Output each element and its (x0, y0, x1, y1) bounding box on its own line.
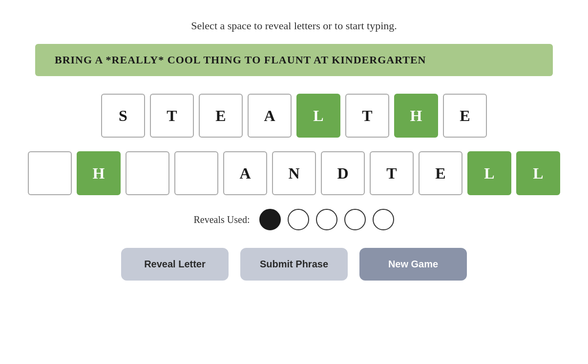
tile-row2-0[interactable] (28, 151, 72, 195)
instruction-text: Select a space to reveal letters or to s… (191, 20, 397, 32)
tiles-row-1: STEALTHE (101, 94, 487, 138)
tile-row2-1[interactable]: H (77, 151, 121, 195)
tile-row1-6[interactable]: H (394, 94, 438, 138)
reveal-letter-button[interactable]: Reveal Letter (121, 248, 229, 281)
reveal-circle-2 (316, 209, 337, 230)
tile-row2-8[interactable]: E (419, 151, 462, 195)
tile-row1-3[interactable]: A (248, 94, 292, 138)
tile-row2-9[interactable]: L (467, 151, 511, 195)
reveal-circle-0 (259, 209, 281, 230)
phrase-banner-text: BRING A *REALLY* COOL THING TO FLAUNT AT… (55, 54, 426, 66)
reveal-circle-4 (373, 209, 394, 230)
new-game-button[interactable]: New Game (359, 248, 467, 281)
tile-row2-7[interactable]: T (370, 151, 414, 195)
tile-row1-7[interactable]: E (443, 94, 487, 138)
tile-row1-0[interactable]: S (101, 94, 145, 138)
tile-row2-2[interactable] (126, 151, 169, 195)
reveals-row: Reveals Used: (194, 209, 395, 230)
tile-row1-2[interactable]: E (199, 94, 243, 138)
tile-row2-6[interactable]: D (321, 151, 365, 195)
tile-row2-4[interactable]: A (223, 151, 267, 195)
submit-phrase-button[interactable]: Submit Phrase (240, 248, 348, 281)
tile-row2-10[interactable]: L (516, 151, 560, 195)
reveals-label: Reveals Used: (194, 214, 250, 225)
buttons-row: Reveal Letter Submit Phrase New Game (121, 248, 467, 281)
tile-row1-5[interactable]: T (345, 94, 389, 138)
reveal-circle-3 (344, 209, 366, 230)
reveal-circle-1 (288, 209, 309, 230)
tile-row1-4[interactable]: L (296, 94, 340, 138)
tile-row2-3[interactable] (174, 151, 218, 195)
tiles-row-2: HANDTELL (28, 151, 560, 195)
tile-row2-5[interactable]: N (272, 151, 316, 195)
tile-row1-1[interactable]: T (150, 94, 194, 138)
phrase-banner: BRING A *REALLY* COOL THING TO FLAUNT AT… (35, 44, 553, 76)
